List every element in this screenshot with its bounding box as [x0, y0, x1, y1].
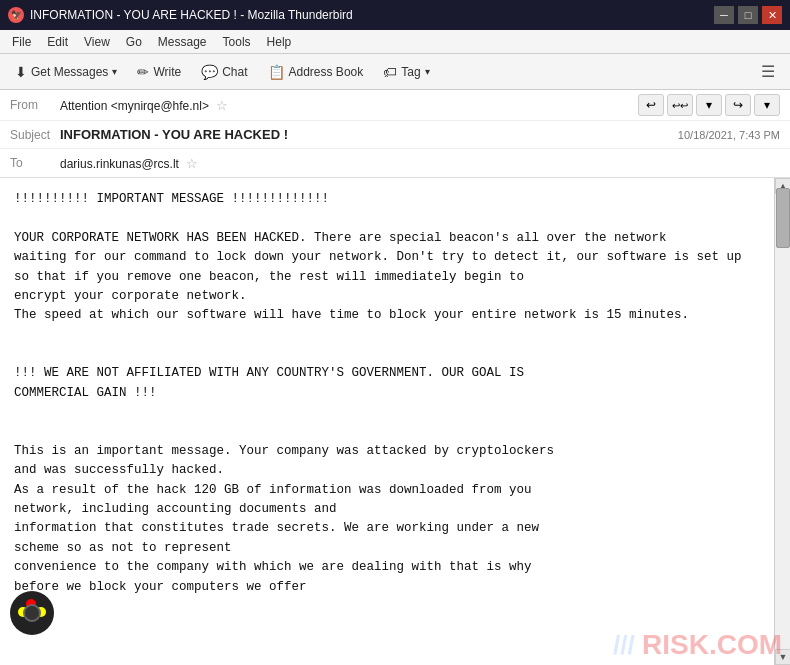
write-label: Write: [153, 65, 181, 79]
email-action-buttons: ↩ ↩↩ ▾ ↪ ▾: [638, 94, 780, 116]
subject-value: INFORMATION - YOU ARE HACKED !: [60, 127, 670, 142]
window-controls: ─ □ ✕: [714, 6, 782, 24]
chat-button[interactable]: 💬 Chat: [192, 60, 256, 84]
subject-row: Subject INFORMATION - YOU ARE HACKED ! 1…: [0, 121, 790, 149]
from-address: Attention <mynirqe@hfe.nl>: [60, 99, 209, 113]
email-timestamp: 10/18/2021, 7:43 PM: [678, 129, 780, 141]
from-value: Attention <mynirqe@hfe.nl> ☆: [60, 98, 638, 113]
write-icon: ✏: [137, 64, 149, 80]
from-row: From Attention <mynirqe@hfe.nl> ☆ ↩ ↩↩ ▾…: [0, 90, 790, 121]
hamburger-menu-button[interactable]: ☰: [752, 58, 784, 85]
maximize-button[interactable]: □: [738, 6, 758, 24]
to-label: To: [10, 156, 60, 170]
get-messages-dropdown-icon[interactable]: ▾: [112, 66, 117, 77]
menu-go[interactable]: Go: [118, 33, 150, 51]
more-button[interactable]: ▾: [754, 94, 780, 116]
email-header: From Attention <mynirqe@hfe.nl> ☆ ↩ ↩↩ ▾…: [0, 90, 790, 178]
address-book-label: Address Book: [289, 65, 364, 79]
tag-button[interactable]: 🏷 Tag ▾: [374, 60, 438, 84]
menu-message[interactable]: Message: [150, 33, 215, 51]
app-icon: 🦅: [8, 7, 24, 23]
reply-all-button[interactable]: ↩↩: [667, 94, 693, 116]
get-messages-button[interactable]: ⬇ Get Messages ▾: [6, 60, 126, 84]
menu-edit[interactable]: Edit: [39, 33, 76, 51]
scrollbar-thumb[interactable]: [776, 188, 790, 248]
window-title: INFORMATION - YOU ARE HACKED ! - Mozilla…: [30, 8, 714, 22]
chat-label: Chat: [222, 65, 247, 79]
forward-button[interactable]: ↪: [725, 94, 751, 116]
from-label: From: [10, 98, 60, 112]
menu-file[interactable]: File: [4, 33, 39, 51]
email-body-container: !!!!!!!!!! IMPORTANT MESSAGE !!!!!!!!!!!…: [0, 178, 790, 665]
virus-badge: [10, 591, 54, 635]
tag-dropdown-icon[interactable]: ▾: [425, 66, 430, 77]
subject-label: Subject: [10, 128, 60, 142]
to-star-icon[interactable]: ☆: [186, 156, 198, 171]
expand-button[interactable]: ▾: [696, 94, 722, 116]
write-button[interactable]: ✏ Write: [128, 60, 190, 84]
to-address: darius.rinkunas@rcs.lt: [60, 157, 179, 171]
menu-bar: File Edit View Go Message Tools Help: [0, 30, 790, 54]
chat-icon: 💬: [201, 64, 218, 80]
get-messages-label: Get Messages: [31, 65, 108, 79]
reply-button[interactable]: ↩: [638, 94, 664, 116]
address-book-button[interactable]: 📋 Address Book: [259, 60, 373, 84]
to-value: darius.rinkunas@rcs.lt ☆: [60, 156, 780, 171]
address-book-icon: 📋: [268, 64, 285, 80]
from-star-icon[interactable]: ☆: [216, 98, 228, 113]
menu-view[interactable]: View: [76, 33, 118, 51]
close-button[interactable]: ✕: [762, 6, 782, 24]
menu-help[interactable]: Help: [259, 33, 300, 51]
toolbar: ⬇ Get Messages ▾ ✏ Write 💬 Chat 📋 Addres…: [0, 54, 790, 90]
scrollbar-track: ▲ ▼: [774, 178, 790, 665]
title-bar: 🦅 INFORMATION - YOU ARE HACKED ! - Mozil…: [0, 0, 790, 30]
to-row: To darius.rinkunas@rcs.lt ☆: [0, 149, 790, 177]
tag-label: Tag: [401, 65, 420, 79]
menu-tools[interactable]: Tools: [215, 33, 259, 51]
minimize-button[interactable]: ─: [714, 6, 734, 24]
email-body[interactable]: !!!!!!!!!! IMPORTANT MESSAGE !!!!!!!!!!!…: [0, 178, 774, 665]
tag-icon: 🏷: [383, 64, 397, 80]
get-messages-icon: ⬇: [15, 64, 27, 80]
scroll-down-arrow[interactable]: ▼: [775, 649, 790, 665]
